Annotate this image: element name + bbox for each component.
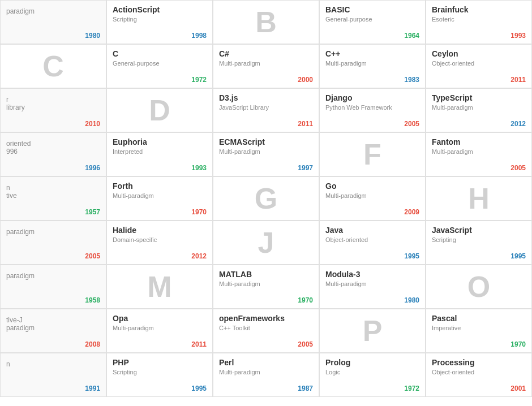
grid-cell[interactable]: OpaMulti-paradigm2011 — [106, 309, 213, 353]
grid-cell[interactable]: M — [106, 265, 213, 309]
grid-cell[interactable]: CeylonObject-oriented2011 — [426, 44, 532, 88]
letter-display: C — [42, 51, 64, 81]
language-year: 1972 — [191, 76, 207, 84]
grid-cell[interactable]: HalideDomain-specific2012 — [106, 221, 213, 265]
grid-cell[interactable]: oriented 9961996 — [0, 132, 106, 176]
language-type: Multi-paradigm — [325, 60, 419, 67]
grid-cell[interactable]: JavaScriptScripting1995 — [426, 221, 532, 265]
grid-cell[interactable]: ActionScriptScripting1998 — [106, 0, 213, 44]
partial-text: paradigm — [6, 272, 100, 280]
language-year: 1995 — [191, 385, 207, 392]
language-year: 2011 — [510, 76, 526, 84]
language-year: 1970 — [510, 340, 526, 348]
letter-display: G — [255, 184, 277, 213]
language-name: D3.js — [219, 93, 313, 103]
grid-cell[interactable]: JavaObject-oriented1995 — [319, 221, 426, 265]
grid-cell[interactable]: FantomMulti-paradigm2005 — [426, 132, 532, 176]
grid-cell[interactable]: tive-J paradigm2008 — [0, 309, 106, 353]
grid-cell[interactable]: MATLABMulti-paradigm1970 — [213, 265, 319, 309]
language-year: 2005 — [298, 340, 313, 348]
language-year: 2011 — [191, 340, 207, 348]
language-name: BASIC — [325, 5, 419, 15]
language-type: Multi-paradigm — [219, 369, 313, 375]
language-name: Euphoria — [113, 137, 207, 147]
language-name: Opa — [113, 314, 207, 323]
grid-cell[interactable]: O — [426, 265, 532, 309]
language-name: C++ — [325, 49, 419, 59]
grid-cell[interactable]: n tive1957 — [0, 176, 106, 221]
grid-cell[interactable]: Modula-3Multi-paradigm1980 — [319, 265, 426, 309]
grid-cell[interactable]: PascalImperative1970 — [426, 309, 532, 353]
grid-cell[interactable]: D3.jsJavaScript Library2011 — [213, 88, 319, 132]
grid-cell[interactable]: D — [106, 88, 213, 132]
grid-cell[interactable]: B — [213, 0, 319, 44]
grid-cell[interactable]: ForthMulti-paradigm1970 — [106, 176, 213, 221]
language-year: 1993 — [510, 32, 526, 40]
language-type: Object-oriented — [432, 60, 526, 67]
partial-year: 1996 — [85, 164, 100, 172]
language-year: 1997 — [298, 164, 313, 172]
grid-cell[interactable]: ProcessingObject-oriented2001 — [426, 353, 532, 397]
grid-cell[interactable]: n1991 — [0, 353, 106, 397]
grid-cell[interactable]: TypeScriptMulti-paradigm2012 — [426, 88, 532, 132]
grid-cell[interactable]: C#Multi-paradigm2000 — [213, 44, 319, 88]
language-year: 1998 — [191, 32, 207, 40]
partial-text: tive-J paradigm — [6, 316, 100, 332]
language-name: Fantom — [432, 137, 526, 147]
grid-cell[interactable]: GoMulti-paradigm2009 — [319, 176, 426, 221]
grid-cell[interactable]: openFrameworksC++ Toolkit2005 — [213, 309, 319, 353]
partial-year: 1980 — [85, 32, 100, 40]
language-type: Multi-paradigm — [219, 280, 313, 287]
language-year: 1995 — [404, 252, 419, 260]
grid-cell[interactable]: ECMAScriptMulti-paradigm1997 — [213, 132, 319, 176]
letter-display: B — [255, 7, 277, 37]
grid-cell[interactable]: J — [213, 221, 319, 265]
language-year: 1964 — [404, 32, 419, 40]
grid-cell[interactable]: EuphoriaInterpreted1993 — [106, 132, 213, 176]
language-name: Django — [325, 93, 419, 103]
language-year: 2005 — [404, 120, 419, 128]
grid-cell[interactable]: r library2010 — [0, 88, 106, 132]
letter-display: J — [258, 228, 274, 257]
grid-cell[interactable]: paradigm2005 — [0, 221, 106, 265]
grid-cell[interactable]: PHPScripting1995 — [106, 353, 213, 397]
grid-cell[interactable]: PrologLogic1972 — [319, 353, 426, 397]
language-type: Multi-paradigm — [219, 60, 313, 67]
language-type: Esoteric — [432, 16, 526, 23]
partial-text: paradigm — [6, 228, 100, 236]
grid-cell[interactable]: DjangoPython Web Framework2005 — [319, 88, 426, 132]
grid-cell[interactable]: BrainfuckEsoteric1993 — [426, 0, 532, 44]
language-grid: paradigm1980ActionScriptScripting1998BBA… — [0, 0, 532, 397]
language-year: 2001 — [510, 385, 526, 392]
language-name: TypeScript — [432, 93, 526, 103]
language-year: 1970 — [191, 208, 207, 216]
partial-text: r library — [6, 96, 100, 111]
language-type: JavaScript Library — [219, 104, 313, 111]
grid-cell[interactable]: paradigm1958 — [0, 265, 106, 309]
grid-cell[interactable]: PerlMulti-paradigm1987 — [213, 353, 319, 397]
language-name: Brainfuck — [432, 5, 526, 15]
language-type: Scripting — [432, 236, 526, 243]
grid-cell[interactable]: F — [319, 132, 426, 176]
grid-cell[interactable]: P — [319, 309, 426, 353]
language-name: ECMAScript — [219, 137, 313, 147]
grid-cell[interactable]: H — [426, 176, 532, 221]
partial-year: 2005 — [85, 252, 100, 260]
letter-display: D — [149, 96, 170, 125]
language-type: Scripting — [113, 369, 207, 375]
language-year: 1972 — [404, 385, 419, 392]
language-year: 2000 — [298, 76, 313, 84]
grid-cell[interactable]: paradigm1980 — [0, 0, 106, 44]
grid-cell[interactable]: BASICGeneral-purpose1964 — [319, 0, 426, 44]
language-year: 1995 — [510, 252, 526, 260]
grid-cell[interactable]: C — [0, 44, 106, 88]
partial-year: 1991 — [85, 385, 100, 392]
letter-display: M — [147, 272, 171, 301]
grid-cell[interactable]: CGeneral-purpose1972 — [106, 44, 213, 88]
language-year: 2012 — [191, 252, 207, 260]
language-year: 2012 — [510, 120, 526, 128]
grid-cell[interactable]: G — [213, 176, 319, 221]
grid-cell[interactable]: C++Multi-paradigm1983 — [319, 44, 426, 88]
language-name: PHP — [113, 358, 207, 368]
language-name: Processing — [432, 358, 526, 368]
